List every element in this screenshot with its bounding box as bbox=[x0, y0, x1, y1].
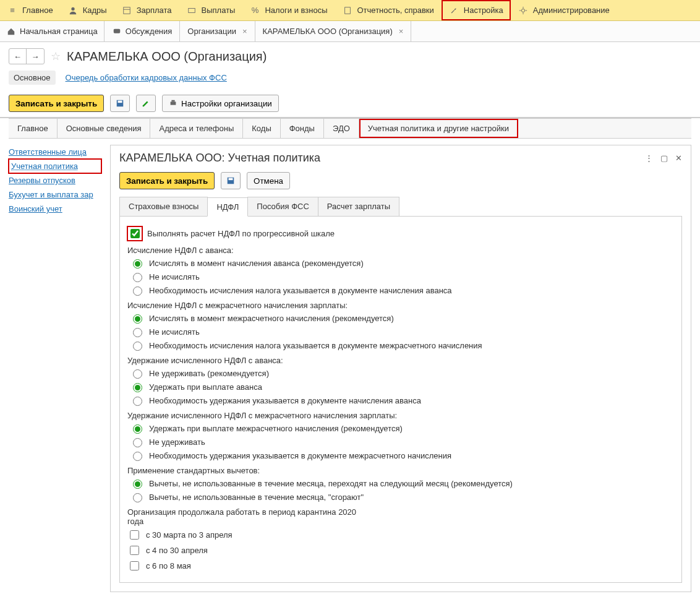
radio-label[interactable]: Удержать при выплате аванса bbox=[149, 382, 262, 392]
print-icon bbox=[169, 99, 177, 108]
edit-button[interactable] bbox=[136, 95, 156, 112]
tab-karamelka[interactable]: КАРАМЕЛЬКА ООО (Организация)× bbox=[255, 21, 412, 41]
subnav-main[interactable]: Основное bbox=[9, 71, 56, 85]
sidebar-responsible[interactable]: Ответственные лица bbox=[9, 145, 101, 159]
radio-label[interactable]: Вычеты, не использованные в течение меся… bbox=[149, 493, 364, 502]
svg-rect-12 bbox=[229, 178, 233, 181]
subnav-fss-link[interactable]: Очередь обработки кадровых данных ФСС bbox=[66, 73, 227, 82]
menu-settings[interactable]: Настройка bbox=[442, 0, 511, 20]
sect-tab-edo[interactable]: ЭДО bbox=[324, 119, 359, 138]
sidebar-vacation-reserves[interactable]: Резервы отпусков bbox=[9, 173, 101, 187]
radio-option[interactable] bbox=[133, 480, 142, 489]
sect-tab-basic[interactable]: Основные сведения bbox=[58, 119, 151, 138]
radio-option[interactable] bbox=[133, 438, 142, 447]
svg-rect-1 bbox=[123, 7, 130, 14]
radio-option[interactable] bbox=[133, 493, 142, 502]
sidebar-military[interactable]: Воинский учет bbox=[9, 202, 101, 216]
radio-label[interactable]: Исчислять в момент межрасчетного начисле… bbox=[149, 314, 394, 323]
sect-tab-policy[interactable]: Учетная политика и другие настройки bbox=[359, 119, 518, 138]
sidebar-accounting-payment[interactable]: Бухучет и выплата зар bbox=[9, 187, 101, 202]
pencil-icon bbox=[142, 99, 150, 108]
sect-tab-codes[interactable]: Коды bbox=[243, 119, 280, 138]
panel-save-button[interactable] bbox=[221, 172, 241, 189]
radio-option[interactable] bbox=[133, 286, 142, 296]
person-icon bbox=[68, 6, 78, 15]
quarantine-checkbox[interactable] bbox=[130, 546, 139, 555]
menu-reports[interactable]: Отчетность, справки bbox=[335, 0, 442, 20]
radio-option[interactable] bbox=[133, 424, 142, 434]
itab-ndfl[interactable]: НДФЛ bbox=[207, 197, 248, 217]
svg-rect-8 bbox=[118, 101, 122, 103]
page-header: ← → ☆ КАРАМЕЛЬКА ООО (Организация) bbox=[0, 42, 700, 71]
tab-discussions[interactable]: Обсуждения bbox=[105, 21, 181, 41]
radio-label[interactable]: Не удерживать bbox=[149, 437, 205, 447]
percent-icon: % bbox=[250, 6, 260, 15]
menu-kadry[interactable]: Кадры bbox=[61, 0, 114, 20]
gear-icon bbox=[518, 6, 528, 15]
radio-label[interactable]: Необходимость исчисления налога указывае… bbox=[149, 286, 452, 295]
radio-option[interactable] bbox=[133, 273, 142, 282]
radio-label[interactable]: Не исчислять bbox=[149, 272, 200, 282]
doc-icon bbox=[343, 6, 352, 15]
menu-payments[interactable]: Выплаты bbox=[179, 0, 243, 20]
radio-option[interactable] bbox=[133, 314, 142, 324]
close-icon[interactable]: × bbox=[242, 27, 247, 36]
menu-salary[interactable]: Зарплата bbox=[114, 0, 179, 20]
group-title: Удержание исчисленного НДФЛ с межрасчетн… bbox=[127, 411, 674, 420]
org-settings-button[interactable]: Настройки организации bbox=[162, 95, 279, 112]
forward-button[interactable]: → bbox=[27, 49, 44, 64]
panel-toolbar: Записать и закрыть Отмена bbox=[119, 167, 682, 194]
checkbox-progressive-label[interactable]: Выполнять расчет НДФЛ по прогрессивной ш… bbox=[147, 229, 335, 238]
panel-cancel-button[interactable]: Отмена bbox=[247, 172, 290, 189]
sect-tab-address[interactable]: Адреса и телефоны bbox=[150, 119, 243, 138]
radio-label[interactable]: Удержать при выплате межрасчетного начис… bbox=[149, 424, 403, 433]
menu-taxes[interactable]: %Налоги и взносы bbox=[242, 0, 335, 20]
radio-option[interactable] bbox=[133, 259, 142, 269]
back-button[interactable]: ← bbox=[9, 49, 27, 64]
favorite-icon[interactable]: ☆ bbox=[51, 50, 61, 63]
page-toolbar: Записать и закрыть Настройки организации bbox=[0, 90, 700, 118]
radio-label[interactable]: Не удерживать (рекомендуется) bbox=[149, 369, 269, 378]
radio-label[interactable]: Не исчислять bbox=[149, 327, 200, 337]
radio-option[interactable] bbox=[133, 397, 142, 406]
sidebar: Ответственные лица Учетная политика Резе… bbox=[9, 145, 101, 216]
radio-option[interactable] bbox=[133, 342, 142, 351]
radio-option[interactable] bbox=[133, 452, 142, 461]
radio-option[interactable] bbox=[133, 328, 142, 337]
radio-label[interactable]: Исчислять в момент начисления аванса (ре… bbox=[149, 259, 364, 268]
radio-label[interactable]: Вычеты, не использованные в течение меся… bbox=[149, 479, 513, 488]
quarantine-label[interactable]: с 6 по 8 мая bbox=[146, 561, 191, 570]
close-icon[interactable]: × bbox=[399, 27, 404, 36]
sub-nav: Основное Очередь обработки кадровых данн… bbox=[0, 71, 700, 90]
radio-option[interactable] bbox=[133, 383, 142, 392]
quarantine-label[interactable]: с 4 по 30 апреля bbox=[146, 546, 208, 555]
quarantine-checkbox[interactable] bbox=[130, 561, 139, 570]
quarantine-label[interactable]: с 30 марта по 3 апреля bbox=[146, 530, 233, 540]
menu-icon: ≡ bbox=[7, 6, 17, 15]
radio-label[interactable]: Необходимость исчисления налога указывае… bbox=[149, 341, 482, 350]
tab-organizations[interactable]: Организации× bbox=[180, 21, 255, 41]
sidebar-accounting-policy[interactable]: Учетная политика bbox=[9, 159, 101, 173]
svg-rect-4 bbox=[344, 7, 350, 14]
sect-tab-main[interactable]: Главное bbox=[9, 119, 58, 138]
checkbox-progressive-ndfl[interactable] bbox=[130, 229, 140, 238]
save-button[interactable] bbox=[110, 95, 130, 112]
panel-save-close-button[interactable]: Записать и закрыть bbox=[119, 172, 215, 189]
section-tabs: Главное Основные сведения Адреса и телеф… bbox=[9, 118, 691, 139]
itab-salary-calc[interactable]: Расчет зарплаты bbox=[318, 197, 399, 216]
maximize-icon[interactable]: ▢ bbox=[660, 153, 668, 163]
menu-main[interactable]: ≡Главное bbox=[0, 0, 61, 20]
radio-label[interactable]: Необходимость удержания указывается в до… bbox=[149, 451, 451, 460]
sect-tab-funds[interactable]: Фонды bbox=[281, 119, 324, 138]
quarantine-checkbox[interactable] bbox=[130, 530, 139, 540]
tab-home[interactable]: Начальная страница bbox=[0, 21, 105, 41]
itab-fss[interactable]: Пособия ФСС bbox=[247, 197, 318, 216]
radio-label[interactable]: Необходимость удержания указывается в до… bbox=[149, 396, 421, 405]
close-icon[interactable]: ✕ bbox=[675, 153, 682, 163]
save-and-close-button[interactable]: Записать и закрыть bbox=[9, 95, 104, 112]
radio-option[interactable] bbox=[133, 369, 142, 379]
menu-admin[interactable]: Администрирование bbox=[511, 0, 617, 20]
diskette-icon bbox=[116, 99, 124, 108]
itab-insurance[interactable]: Страховые взносы bbox=[119, 197, 208, 216]
more-icon[interactable]: ⋮ bbox=[645, 153, 653, 163]
